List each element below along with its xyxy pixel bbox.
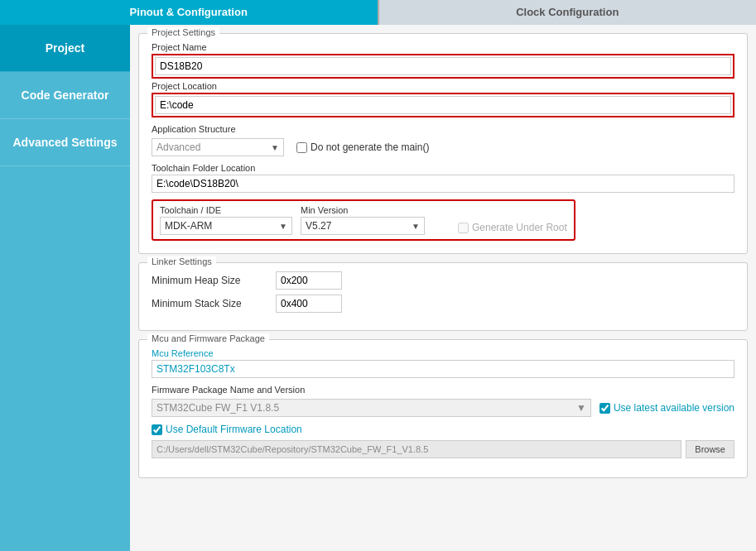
use-latest-label: Use latest available version xyxy=(614,402,734,414)
generate-under-root-label[interactable]: Generate Under Root xyxy=(458,222,567,235)
use-default-fw-group: Use Default Firmware Location Browse xyxy=(152,424,734,458)
do-not-generate-label: Do not generate the main() xyxy=(311,141,429,153)
min-heap-row: Minimum Heap Size xyxy=(152,271,734,290)
sidebar-item-advanced-settings[interactable]: Advanced Settings xyxy=(0,119,130,166)
main-layout: Project Code Generator Advanced Settings… xyxy=(0,25,756,551)
project-location-red-border xyxy=(152,93,734,117)
app-structure-arrow: ▼ xyxy=(271,143,279,152)
app-structure-row: Advanced ▼ Do not generate the main() xyxy=(152,138,734,156)
use-latest-checkbox[interactable] xyxy=(600,403,610,414)
project-location-label: Project Location xyxy=(152,81,734,91)
sidebar-item-code-generator[interactable]: Code Generator xyxy=(0,72,130,119)
top-tabs: Pinout & Configuration Clock Configurati… xyxy=(0,0,756,25)
project-settings-title: Project Settings xyxy=(147,27,219,37)
linker-settings-title: Linker Settings xyxy=(147,256,216,266)
toolchain-folder-label: Toolchain Folder Location xyxy=(152,163,734,173)
mcu-firmware-section: Mcu and Firmware Package Mcu Reference F… xyxy=(138,339,748,478)
min-heap-label: Minimum Heap Size xyxy=(152,275,267,286)
project-settings-section: Project Settings Project Name Project Lo… xyxy=(138,33,748,254)
mcu-ref-group: Mcu Reference xyxy=(152,348,734,378)
toolchain-ide-select[interactable]: MDK-ARM ▼ xyxy=(160,217,292,235)
min-stack-row: Minimum Stack Size xyxy=(152,295,734,313)
mcu-ref-label: Mcu Reference xyxy=(152,348,734,358)
toolchain-ide-group: Toolchain / IDE MDK-ARM ▼ xyxy=(160,205,292,235)
firmware-pkg-group: Firmware Package Name and Version STM32C… xyxy=(152,385,734,417)
sidebar-item-project[interactable]: Project xyxy=(0,25,130,72)
browse-button[interactable]: Browse xyxy=(686,440,734,458)
do-not-generate-checkbox[interactable] xyxy=(296,142,307,153)
content-area: Project Settings Project Name Project Lo… xyxy=(130,25,756,551)
firmware-pkg-row: STM32Cube FW_F1 V1.8.5 ▼ Use latest avai… xyxy=(152,399,734,417)
toolchain-ide-arrow: ▼ xyxy=(279,222,287,231)
linker-settings-section: Linker Settings Minimum Heap Size Minimu… xyxy=(138,262,748,331)
toolchain-folder-input[interactable] xyxy=(152,175,734,193)
firmware-pkg-select[interactable]: STM32Cube FW_F1 V1.8.5 ▼ xyxy=(152,399,591,417)
project-location-input[interactable] xyxy=(155,96,731,114)
app-structure-select[interactable]: Advanced ▼ xyxy=(152,138,284,156)
toolchain-folder-group: Toolchain Folder Location xyxy=(152,163,734,193)
use-default-fw-label[interactable]: Use Default Firmware Location xyxy=(152,424,734,435)
sidebar: Project Code Generator Advanced Settings xyxy=(0,25,130,551)
firmware-location-row: Browse xyxy=(152,440,734,458)
mcu-firmware-title: Mcu and Firmware Package xyxy=(147,333,269,343)
project-name-input[interactable] xyxy=(155,57,731,75)
use-latest-checkbox-label[interactable]: Use latest available version xyxy=(600,402,734,414)
tab-pinout[interactable]: Pinout & Configuration xyxy=(0,0,378,25)
app-structure-group: Application Structure Advanced ▼ Do not … xyxy=(152,124,734,156)
mcu-ref-input[interactable] xyxy=(152,360,734,378)
min-version-arrow: ▼ xyxy=(412,222,420,231)
do-not-generate-checkbox-label[interactable]: Do not generate the main() xyxy=(296,141,429,153)
toolchain-ide-label: Toolchain / IDE xyxy=(160,205,292,215)
min-stack-label: Minimum Stack Size xyxy=(152,298,267,309)
min-stack-input[interactable] xyxy=(276,295,342,313)
firmware-pkg-arrow: ▼ xyxy=(576,402,586,414)
min-version-select[interactable]: V5.27 ▼ xyxy=(301,217,425,235)
project-location-group: Project Location xyxy=(152,81,734,117)
generate-under-root-checkbox xyxy=(458,223,469,233)
min-heap-input[interactable] xyxy=(276,271,342,290)
firmware-location-input xyxy=(152,440,681,458)
use-default-fw-checkbox[interactable] xyxy=(152,424,162,435)
firmware-pkg-label: Firmware Package Name and Version xyxy=(152,385,734,395)
project-name-group: Project Name xyxy=(152,42,734,79)
toolchain-ide-red-border: Toolchain / IDE MDK-ARM ▼ Min Version V5… xyxy=(152,199,575,241)
project-name-label: Project Name xyxy=(152,42,734,52)
min-version-label: Min Version xyxy=(301,205,425,215)
app-structure-label: Application Structure xyxy=(152,124,734,134)
project-name-red-border xyxy=(152,54,734,79)
min-version-group: Min Version V5.27 ▼ xyxy=(301,205,425,235)
tab-clock[interactable]: Clock Configuration xyxy=(379,0,757,25)
